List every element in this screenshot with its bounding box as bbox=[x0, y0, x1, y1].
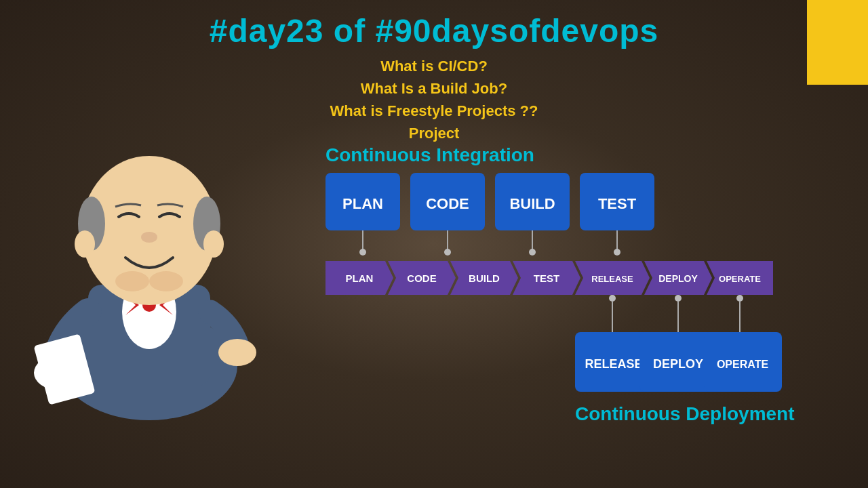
svg-marker-33 bbox=[326, 261, 393, 295]
svg-marker-37 bbox=[450, 261, 518, 295]
svg-text:RELEASE: RELEASE bbox=[585, 357, 642, 371]
svg-rect-21 bbox=[495, 173, 570, 230]
svg-point-28 bbox=[444, 249, 451, 256]
svg-text:CODE: CODE bbox=[407, 272, 436, 284]
svg-point-9 bbox=[141, 232, 157, 243]
svg-point-11 bbox=[149, 271, 183, 291]
cicd-diagram: Continuous Integration PLAN CODE BUILD T… bbox=[285, 136, 861, 461]
svg-rect-23 bbox=[580, 173, 654, 230]
svg-rect-17 bbox=[326, 173, 400, 230]
svg-point-32 bbox=[614, 249, 620, 256]
svg-text:RELEASE: RELEASE bbox=[591, 274, 633, 284]
svg-point-16 bbox=[218, 339, 256, 366]
svg-point-51 bbox=[736, 295, 743, 302]
jenkins-mascot bbox=[20, 81, 278, 420]
svg-marker-39 bbox=[513, 261, 580, 295]
corner-decoration bbox=[807, 0, 868, 85]
svg-marker-41 bbox=[575, 261, 650, 295]
svg-text:OPERATE: OPERATE bbox=[717, 359, 768, 370]
svg-rect-53 bbox=[575, 332, 653, 392]
svg-rect-57 bbox=[704, 332, 782, 392]
svg-text:PLAN: PLAN bbox=[342, 195, 383, 212]
svg-rect-55 bbox=[639, 332, 717, 392]
svg-marker-43 bbox=[644, 261, 712, 295]
svg-point-49 bbox=[675, 295, 682, 302]
svg-text:BUILD: BUILD bbox=[509, 195, 555, 212]
svg-point-13 bbox=[203, 230, 224, 258]
svg-text:OPERATE: OPERATE bbox=[719, 274, 761, 284]
svg-rect-19 bbox=[410, 173, 485, 230]
svg-text:DEPLOY: DEPLOY bbox=[658, 273, 698, 284]
cd-label: Continuous Deployment bbox=[575, 403, 795, 424]
svg-point-10 bbox=[115, 271, 149, 291]
svg-marker-45 bbox=[707, 261, 773, 295]
svg-point-26 bbox=[359, 249, 366, 256]
svg-marker-35 bbox=[388, 261, 456, 295]
svg-text:PLAN: PLAN bbox=[346, 272, 374, 284]
svg-text:BUILD: BUILD bbox=[469, 272, 500, 284]
svg-text:TEST: TEST bbox=[598, 195, 637, 212]
svg-point-30 bbox=[529, 249, 536, 256]
subtitle-line1: What is CI/CD? bbox=[0, 55, 868, 77]
page-title: #day23 of #90daysofdevops bbox=[0, 0, 868, 49]
svg-point-12 bbox=[75, 230, 95, 258]
svg-text:CODE: CODE bbox=[426, 195, 469, 212]
ci-label: Continuous Integration bbox=[326, 144, 534, 165]
svg-point-47 bbox=[609, 295, 616, 302]
svg-text:TEST: TEST bbox=[534, 272, 559, 284]
svg-text:DEPLOY: DEPLOY bbox=[653, 357, 703, 371]
